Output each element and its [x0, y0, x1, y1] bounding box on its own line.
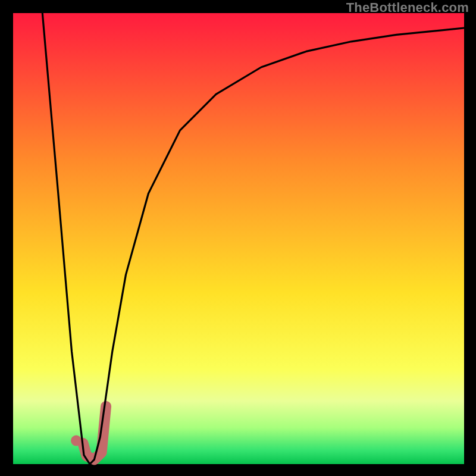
highlight-dot	[71, 436, 82, 446]
watermark-text: TheBottleneck.com	[346, 0, 469, 15]
chart-svg	[0, 0, 476, 476]
chart-stage: { "watermark": "TheBottleneck.com", "cha…	[0, 0, 476, 476]
